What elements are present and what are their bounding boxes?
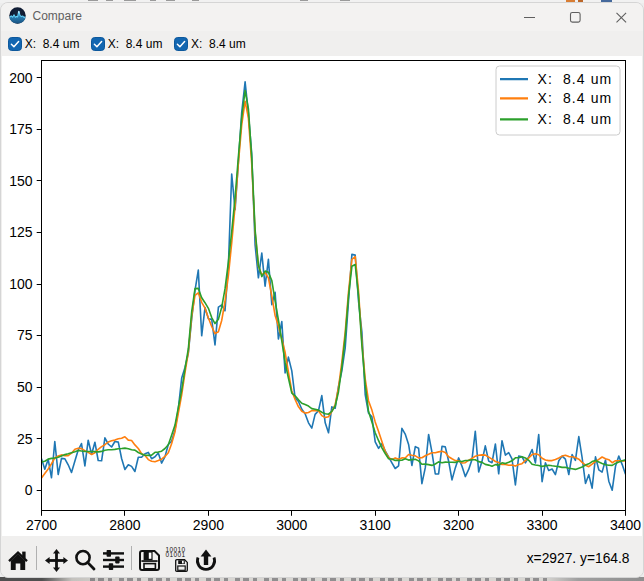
svg-text:2800: 2800 [109,517,140,533]
svg-text:X: 8.4 um: X: 8.4 um [538,71,613,87]
svg-text:75: 75 [17,327,33,343]
svg-text:25: 25 [17,431,33,447]
svg-text:2700: 2700 [26,517,57,533]
svg-text:3100: 3100 [360,517,391,533]
svg-text:3000: 3000 [276,517,307,533]
svg-text:0: 0 [25,482,33,498]
svg-text:3300: 3300 [527,517,558,533]
svg-text:175: 175 [9,121,33,137]
svg-text:2900: 2900 [193,517,224,533]
svg-text:X: 8.4 um: X: 8.4 um [538,90,613,106]
svg-text:200: 200 [9,70,33,86]
svg-text:100: 100 [9,276,33,292]
svg-text:50: 50 [17,379,33,395]
svg-text:X: 8.4 um: X: 8.4 um [538,111,613,127]
svg-text:125: 125 [9,224,33,240]
svg-text:3200: 3200 [443,517,474,533]
svg-text:150: 150 [9,173,33,189]
svg-text:3400: 3400 [610,517,641,533]
